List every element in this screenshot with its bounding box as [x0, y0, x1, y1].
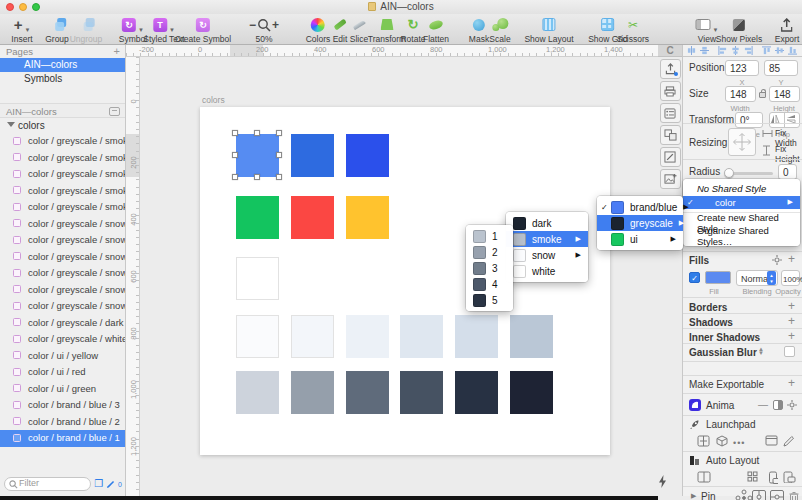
menu-item[interactable]: 4	[466, 276, 513, 292]
layer-row[interactable]: color / ui / red	[0, 364, 125, 381]
page-item[interactable]: Symbols	[0, 72, 125, 86]
image-add-button[interactable]	[660, 169, 681, 189]
rotate-button[interactable]: ↻Rotate	[400, 16, 425, 44]
layer-row[interactable]: color / greyscale / smoke…	[0, 199, 125, 216]
show-layout-button[interactable]: Show Layout	[524, 16, 573, 44]
color-swatch[interactable]	[455, 315, 498, 358]
menu-item[interactable]: snow▶	[506, 247, 588, 263]
artboard-label[interactable]: colors	[202, 95, 225, 105]
layer-row[interactable]: color / greyscale / white	[0, 331, 125, 348]
menu-item[interactable]: dark	[506, 215, 588, 231]
zoom-in-icon[interactable]: +	[272, 18, 279, 32]
minimize-icon[interactable]: —	[758, 399, 768, 410]
columns-icon[interactable]	[697, 471, 711, 483]
selection-handle[interactable]	[276, 130, 282, 136]
resizing-widget[interactable]	[728, 128, 756, 156]
opacity-field[interactable]: 100%	[781, 270, 800, 286]
artboard-list-icon[interactable]	[109, 107, 120, 116]
color-swatch[interactable]	[236, 315, 279, 358]
zoom-control[interactable]: − + 50%	[249, 16, 279, 44]
filter-input[interactable]: Filter	[4, 477, 91, 491]
position-x-field[interactable]: 123	[725, 60, 759, 76]
flip-vertical-icon[interactable]	[785, 113, 799, 127]
layer-row[interactable]: color / greyscale / smoke…	[0, 183, 125, 200]
selection-handle[interactable]	[232, 174, 238, 180]
stepper-icon[interactable]: ▲▼	[758, 347, 764, 355]
color-swatch[interactable]	[291, 315, 334, 358]
layer-row[interactable]: color / ui / yellow	[0, 348, 125, 365]
layer-row[interactable]: color / brand / blue / 3	[0, 397, 125, 414]
color-swatch[interactable]	[455, 371, 498, 414]
distribute-horizontally-icon[interactable]	[687, 46, 696, 55]
gear-icon[interactable]	[787, 400, 797, 410]
edit-pencil-icon[interactable]	[106, 480, 115, 489]
color-swatch[interactable]	[400, 371, 443, 414]
layer-row[interactable]: color / brand / blue / 1	[0, 430, 125, 447]
selection-handle[interactable]	[276, 152, 282, 158]
color-swatch[interactable]	[236, 196, 279, 239]
layer-row[interactable]: color / greyscale / snow /…	[0, 282, 125, 299]
color-swatch[interactable]	[346, 315, 389, 358]
layer-row[interactable]: color / greyscale / smoke…	[0, 150, 125, 167]
insert-button[interactable]: +▼Insert	[11, 16, 32, 44]
disclosure-right-icon[interactable]: ▶	[691, 492, 696, 500]
edit-button[interactable]: Edit	[333, 16, 348, 44]
add-page-button[interactable]: +	[114, 45, 120, 57]
add-shadow-button[interactable]: +	[788, 314, 795, 328]
pin-positions-icon[interactable]	[735, 489, 753, 500]
color-swatch[interactable]	[346, 196, 389, 239]
fill-color-well[interactable]	[705, 271, 731, 284]
zoom-out-icon[interactable]: −	[249, 18, 256, 32]
layer-row[interactable]: color / ui / green	[0, 381, 125, 398]
menu-item[interactable]: white	[506, 263, 588, 279]
trash-icon[interactable]	[789, 491, 799, 500]
selection-handle[interactable]	[254, 130, 260, 136]
create-symbol-button[interactable]: ↻Create Symbol	[175, 16, 231, 44]
layer-row[interactable]: color / greyscale / dark	[0, 315, 125, 332]
phone-landscape-icon[interactable]	[783, 471, 796, 483]
add-inner-shadow-button[interactable]: +	[788, 329, 795, 343]
selection-handle[interactable]	[276, 174, 282, 180]
menu-item[interactable]: 3	[466, 260, 513, 276]
menu-item[interactable]: ✓color▶	[683, 196, 800, 210]
horizontal-ruler[interactable]: -20002004006008001,0001,2001,400	[126, 45, 658, 57]
layer-row[interactable]: color / greyscale / snow / 5	[0, 216, 125, 233]
align-right-icon[interactable]	[744, 46, 753, 55]
notes-button[interactable]	[660, 103, 681, 123]
share-upload-button[interactable]	[660, 59, 681, 79]
vector-edit-button[interactable]	[660, 147, 681, 167]
color-swatch[interactable]	[291, 371, 334, 414]
lightning-bolt-icon[interactable]	[658, 475, 683, 488]
slice-button[interactable]: Slice	[350, 16, 368, 44]
selection-handle[interactable]	[232, 130, 238, 136]
distribute-vertically-icon[interactable]	[700, 46, 709, 55]
radius-slider[interactable]	[725, 172, 773, 175]
align-center-horizontal-icon[interactable]	[731, 46, 740, 55]
layer-row[interactable]: color / greyscale / smoke…	[0, 166, 125, 183]
preview-pen-icon[interactable]	[783, 435, 795, 447]
menu-item[interactable]: Organize Shared Styles…	[683, 230, 800, 244]
mask-button[interactable]: Mask	[469, 16, 489, 44]
colors-button[interactable]: Colors	[306, 16, 331, 44]
vertical-ruler[interactable]: 02004006008001,0001,200	[126, 57, 140, 496]
group-button[interactable]: Group	[45, 16, 69, 44]
show-pixels-button[interactable]: Show Pixels	[716, 16, 762, 44]
fix-height-icon[interactable]	[762, 145, 771, 156]
layer-row[interactable]: color / greyscale / snow / 3	[0, 249, 125, 266]
color-swatch[interactable]	[510, 371, 553, 414]
align-left-icon[interactable]	[718, 46, 727, 55]
make-exportable-add-button[interactable]: +	[788, 376, 795, 390]
flip-horizontal-icon[interactable]	[770, 113, 785, 127]
menu-item[interactable]: No Shared Style	[683, 182, 800, 196]
page-item[interactable]: AIN—colors	[0, 58, 125, 72]
color-swatch[interactable]	[346, 371, 389, 414]
browser-window-icon[interactable]	[765, 435, 778, 446]
menu-item[interactable]: ✓brand/blue▶	[597, 199, 683, 215]
align-bottom-icon[interactable]	[788, 46, 797, 55]
gaussian-blur-checkbox[interactable]	[784, 346, 795, 357]
color-swatch[interactable]	[236, 134, 279, 177]
scissors-button[interactable]: ✂Scissors	[617, 16, 649, 44]
add-border-button[interactable]: +	[788, 299, 795, 313]
gear-icon[interactable]	[772, 255, 782, 265]
pin-center-icon[interactable]	[752, 490, 766, 500]
